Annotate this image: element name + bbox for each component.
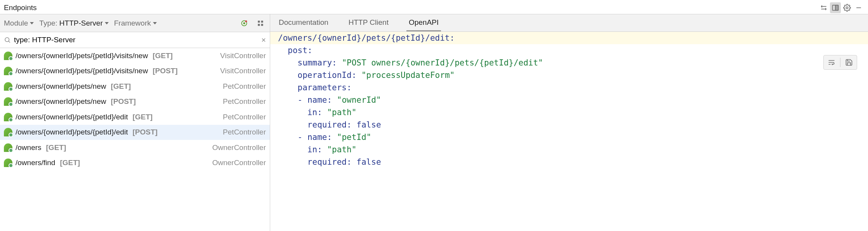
right-pane: DocumentationHTTP ClientOpenAPI /owners/… <box>270 14 868 231</box>
endpoint-icon <box>4 97 12 106</box>
endpoint-row[interactable]: /owners[GET]OwnerController <box>0 140 270 155</box>
run-target-icon[interactable] <box>239 18 250 29</box>
endpoint-method: [POST] <box>132 128 157 136</box>
endpoint-method: [POST] <box>153 67 177 75</box>
endpoint-path: /owners/{ownerId}/pets/{petId}/edit <box>16 113 128 121</box>
endpoint-icon <box>4 113 12 121</box>
endpoint-row[interactable]: /owners/{ownerId}/pets/new[GET]PetContro… <box>0 79 270 94</box>
endpoint-row[interactable]: /owners/{ownerId}/pets/{petId}/visits/ne… <box>0 64 270 79</box>
endpoint-path: /owners/find <box>16 159 55 167</box>
svg-rect-8 <box>258 24 260 26</box>
svg-rect-6 <box>258 21 260 22</box>
endpoint-row[interactable]: /owners/{ownerId}/pets/{petId}/edit[GET]… <box>0 109 270 125</box>
svg-point-2 <box>846 7 848 9</box>
code-line: required: false <box>270 156 868 168</box>
endpoint-path: /owners <box>16 143 42 152</box>
code-line: summary: "POST owners/{ownerId}/pets/{pe… <box>270 57 868 69</box>
endpoint-path: /owners/{ownerId}/pets/new <box>16 97 106 106</box>
panel-title: Endpoints <box>4 3 37 12</box>
endpoint-controller: PetController <box>223 97 266 106</box>
endpoint-controller: VisitController <box>220 52 266 60</box>
endpoint-icon <box>4 128 12 136</box>
endpoint-path: /owners/{ownerId}/pets/{petId}/edit <box>16 128 128 136</box>
panel-titlebar: Endpoints <box>0 0 868 14</box>
endpoint-controller: VisitController <box>220 67 266 75</box>
endpoint-controller: PetController <box>223 82 266 91</box>
endpoint-row[interactable]: /owners/{ownerId}/pets/{petId}/edit[POST… <box>0 125 270 140</box>
endpoint-controller: OwnerController <box>212 143 266 152</box>
endpoint-controller: PetController <box>223 128 266 136</box>
search-icon <box>4 36 11 43</box>
code-line: /owners/{ownerId}/pets/{petId}/edit: <box>270 32 868 44</box>
search-input[interactable] <box>14 36 258 44</box>
filter-toolbar: Module Type: HTTP-Server Framework <box>0 14 270 32</box>
grid-icon[interactable] <box>255 18 266 29</box>
endpoint-row[interactable]: /owners/find[GET]OwnerController <box>0 155 270 171</box>
left-pane: Module Type: HTTP-Server Framework <box>0 14 270 231</box>
endpoint-method: [GET] <box>132 113 153 121</box>
svg-point-5 <box>245 20 247 22</box>
expand-icon[interactable] <box>818 2 829 13</box>
svg-rect-9 <box>261 24 263 26</box>
gear-icon[interactable] <box>842 2 852 13</box>
endpoint-method: [GET] <box>60 159 80 167</box>
detail-tabs: DocumentationHTTP ClientOpenAPI <box>270 14 868 32</box>
endpoint-path: /owners/{ownerId}/pets/{petId}/visits/ne… <box>16 52 148 60</box>
code-line: operationId: "processUpdateForm" <box>270 69 868 81</box>
minimize-icon[interactable] <box>853 2 864 13</box>
code-line: - name: "ownerId" <box>270 94 868 106</box>
module-label: Module <box>4 19 28 28</box>
chevron-down-icon <box>153 22 157 24</box>
chevron-down-icon <box>105 22 109 24</box>
endpoint-icon <box>4 159 12 167</box>
endpoint-list: /owners/{ownerId}/pets/{petId}/visits/ne… <box>0 48 270 231</box>
framework-label: Framework <box>114 19 151 28</box>
tab-documentation[interactable]: Documentation <box>276 14 331 31</box>
endpoint-icon <box>4 82 12 91</box>
chevron-down-icon <box>30 22 34 24</box>
endpoint-path: /owners/{ownerId}/pets/{petId}/visits/ne… <box>16 67 148 75</box>
code-line: post: <box>270 44 868 57</box>
titlebar-actions <box>818 2 864 13</box>
endpoint-path: /owners/{ownerId}/pets/new <box>16 82 106 91</box>
tab-openapi[interactable]: OpenAPI <box>406 14 441 31</box>
type-dropdown[interactable]: Type: HTTP-Server <box>39 19 108 28</box>
endpoint-controller: OwnerController <box>212 159 266 167</box>
code-line: parameters: <box>270 81 868 94</box>
code-line: in: "path" <box>270 143 868 156</box>
svg-rect-7 <box>261 21 263 22</box>
tab-http-client[interactable]: HTTP Client <box>346 14 391 31</box>
framework-dropdown[interactable]: Framework <box>114 19 157 28</box>
type-label: Type: <box>39 19 57 28</box>
endpoint-method: [GET] <box>111 82 131 91</box>
endpoint-controller: PetController <box>223 113 266 121</box>
split-view-icon[interactable] <box>830 2 841 13</box>
svg-point-4 <box>243 22 245 24</box>
main-layout: Module Type: HTTP-Server Framework <box>0 14 868 231</box>
openapi-editor[interactable]: /owners/{ownerId}/pets/{petId}/edit: pos… <box>270 32 868 231</box>
code-line: required: false <box>270 119 868 131</box>
svg-rect-1 <box>835 5 838 10</box>
endpoint-method: [POST] <box>111 97 135 106</box>
type-value: HTTP-Server <box>59 19 103 28</box>
endpoint-icon <box>4 67 12 75</box>
endpoint-row[interactable]: /owners/{ownerId}/pets/{petId}/visits/ne… <box>0 48 270 64</box>
endpoint-icon <box>4 52 12 60</box>
search-bar: × <box>0 32 270 48</box>
endpoint-method: [GET] <box>46 143 66 152</box>
code-line: - name: "petId" <box>270 131 868 143</box>
module-dropdown[interactable]: Module <box>4 19 34 28</box>
endpoint-icon <box>4 143 12 152</box>
code-line: in: "path" <box>270 106 868 119</box>
endpoint-row[interactable]: /owners/{ownerId}/pets/new[POST]PetContr… <box>0 94 270 110</box>
svg-point-10 <box>5 38 9 42</box>
endpoint-method: [GET] <box>153 52 173 60</box>
clear-search-icon[interactable]: × <box>261 36 266 45</box>
